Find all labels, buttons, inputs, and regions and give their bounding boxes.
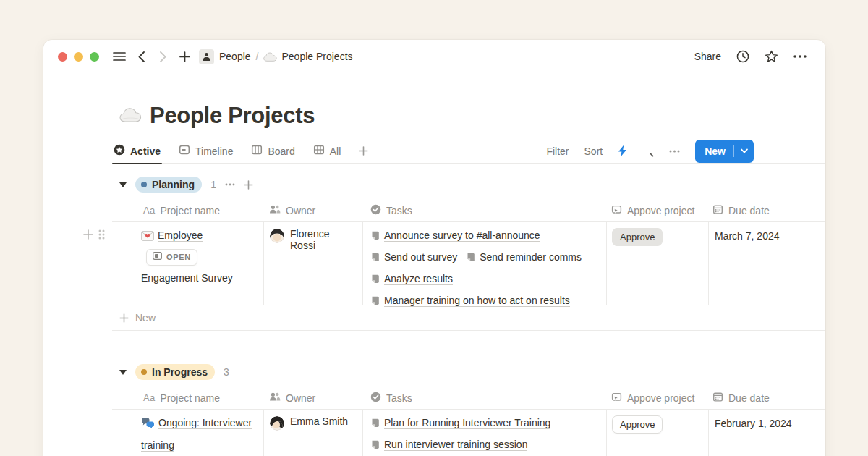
- tasks-cell: Announce survey to #all-announce Send ou…: [363, 222, 607, 305]
- task-link[interactable]: Analyze results: [370, 273, 453, 284]
- task-link[interactable]: Announce survey to #all-announce: [370, 229, 540, 241]
- share-button[interactable]: Share: [694, 51, 721, 62]
- sort-button[interactable]: Sort: [584, 145, 603, 157]
- column-header-owner[interactable]: Owner: [264, 199, 363, 221]
- view-actions: Filter Sort New: [546, 140, 754, 163]
- status-dot: [141, 369, 147, 375]
- tab-board[interactable]: Board: [250, 139, 296, 164]
- column-header-approve-project[interactable]: Appove project: [607, 387, 709, 409]
- task-title[interactable]: Analyze results: [384, 273, 453, 285]
- traffic-lights: [58, 52, 99, 62]
- column-header-tasks[interactable]: Tasks: [363, 387, 607, 409]
- task-link[interactable]: Send reminder comms: [466, 251, 582, 263]
- column-label: Due date: [728, 205, 770, 216]
- filter-button[interactable]: Filter: [546, 145, 569, 157]
- page-icon: [370, 436, 380, 456]
- owner-name: Florence Rossi: [290, 228, 357, 251]
- column-header-approve-project[interactable]: Appove project: [607, 199, 709, 221]
- task-title[interactable]: Send reminder comms: [480, 251, 582, 263]
- task-title[interactable]: Announce survey to #all-announce: [384, 229, 540, 242]
- task-title[interactable]: Send out survey: [384, 251, 457, 263]
- close-window-button[interactable]: [58, 52, 67, 62]
- group-toggle-icon[interactable]: [119, 182, 127, 187]
- column-header-due-date[interactable]: Due date: [709, 199, 825, 221]
- breadcrumb-current[interactable]: People Projects: [281, 51, 352, 62]
- project-name-cell[interactable]: Ongoing: Interviewer training: [112, 410, 264, 456]
- add-view-button[interactable]: [357, 139, 370, 164]
- favorite-star-icon[interactable]: [765, 50, 778, 63]
- table-header-planning: Aa Project name Owner Tasks Appove proj: [112, 199, 825, 222]
- project-name-cell[interactable]: EmployeeOPEN Engagement Survey: [112, 222, 264, 305]
- open-page-button[interactable]: OPEN: [146, 249, 197, 266]
- status-badge-planning[interactable]: Planning: [135, 177, 202, 193]
- timeline-icon: [179, 144, 190, 158]
- group-more-icon[interactable]: [225, 183, 235, 186]
- due-date-cell[interactable]: February 1, 2024: [709, 410, 825, 456]
- group-toggle-icon[interactable]: [119, 370, 127, 375]
- task-link[interactable]: Plan for Running Interviewer Training: [370, 417, 550, 428]
- breadcrumb-parent[interactable]: People: [219, 51, 251, 62]
- task-link[interactable]: Send out survey: [370, 251, 457, 263]
- forward-icon[interactable]: [154, 48, 171, 65]
- tab-active[interactable]: Active: [112, 139, 162, 164]
- back-icon[interactable]: [132, 48, 150, 65]
- target-star-icon: [114, 144, 125, 158]
- new-page-icon[interactable]: [176, 48, 193, 65]
- approve-cell: Approve: [607, 222, 709, 305]
- check-circle-icon: [370, 204, 381, 217]
- table-area: Planning 1 Aa Project name Owner: [112, 173, 825, 456]
- page-icon: [370, 414, 380, 434]
- more-options-icon[interactable]: [793, 55, 807, 58]
- approve-button[interactable]: Approve: [612, 415, 663, 434]
- search-icon[interactable]: [642, 145, 654, 157]
- cloud-icon: [263, 52, 277, 62]
- project-title-link[interactable]: Employee: [158, 229, 203, 242]
- zoom-window-button[interactable]: [90, 52, 99, 62]
- column-header-owner[interactable]: Owner: [264, 387, 363, 409]
- column-header-tasks[interactable]: Tasks: [363, 199, 607, 221]
- column-header-project-name[interactable]: Aa Project name: [112, 387, 264, 409]
- column-label: Appove project: [627, 392, 694, 404]
- group-count: 3: [224, 366, 229, 378]
- drag-handle-icon[interactable]: [98, 229, 105, 240]
- project-title-link[interactable]: Engagement Survey: [141, 272, 233, 284]
- owner-cell[interactable]: Emma Smith: [264, 410, 363, 456]
- column-header-project-name[interactable]: Aa Project name: [112, 199, 264, 221]
- task-line: Analyze results: [370, 269, 599, 290]
- view-more-icon[interactable]: [669, 150, 680, 153]
- row-hover-controls: [83, 229, 105, 240]
- owner-name: Emma Smith: [290, 415, 348, 427]
- tab-all[interactable]: All: [312, 139, 343, 164]
- group-add-icon[interactable]: [244, 180, 253, 190]
- new-button-label[interactable]: New: [695, 145, 733, 157]
- new-button[interactable]: New: [695, 140, 754, 163]
- due-date-value: March 7, 2024: [715, 230, 780, 242]
- calendar-icon: [712, 392, 723, 405]
- project-title-link[interactable]: Ongoing: Interviewer training: [141, 417, 252, 452]
- due-date-cell[interactable]: March 7, 2024: [709, 222, 825, 305]
- column-header-due-date[interactable]: Due date: [709, 387, 825, 409]
- task-line: Run interviewer training session: [370, 434, 599, 456]
- chevron-down-icon[interactable]: [734, 148, 754, 153]
- status-badge-in-progress[interactable]: In Progress: [135, 364, 215, 380]
- tab-timeline[interactable]: Timeline: [177, 139, 234, 164]
- table-row: Ongoing: Interviewer training Emma Smith…: [112, 410, 825, 456]
- text-property-icon: Aa: [143, 392, 156, 403]
- task-title[interactable]: Run interviewer training session: [384, 439, 527, 451]
- new-row-label: New: [135, 312, 156, 324]
- automation-lightning-icon[interactable]: [618, 145, 627, 157]
- owner-cell[interactable]: Florence Rossi: [264, 222, 363, 305]
- group-header-planning: Planning 1: [112, 173, 825, 196]
- sidebar-menu-icon[interactable]: [111, 48, 128, 65]
- add-row-icon[interactable]: [83, 229, 93, 240]
- task-link[interactable]: Run interviewer training session: [370, 439, 527, 450]
- avatar-florence: [270, 229, 284, 243]
- page-header: People Projects: [119, 102, 825, 130]
- task-title[interactable]: Manager training on how to act on result…: [384, 295, 570, 307]
- task-line: Plan for Running Interviewer Training: [370, 413, 599, 434]
- approve-button[interactable]: Approve: [612, 228, 663, 246]
- clock-icon[interactable]: [736, 50, 749, 63]
- task-title[interactable]: Plan for Running Interviewer Training: [384, 417, 550, 429]
- minimize-window-button[interactable]: [74, 52, 83, 62]
- task-link[interactable]: Manager training on how to act on result…: [370, 295, 570, 306]
